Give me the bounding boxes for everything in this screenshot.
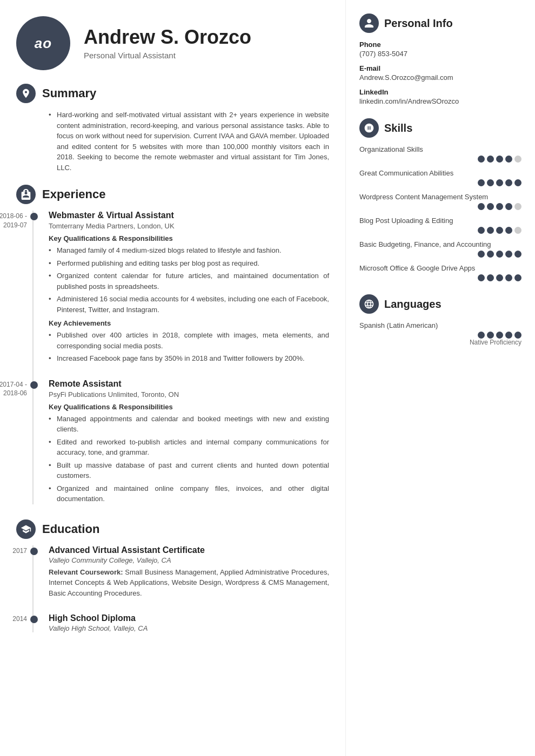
job-qual-1-3: Organized content calendar for future ar… [49, 271, 329, 292]
edu-item-1: 2017 Advanced Virtual Assistant Certific… [49, 545, 329, 599]
skill-dot-4-3 [505, 251, 512, 258]
skill-dot-0-4 [514, 156, 521, 163]
skill-dot-3-0 [478, 227, 485, 234]
languages-list: Spanish (Latin American)Native Proficien… [359, 321, 521, 346]
edu-dot-2 [30, 616, 38, 623]
job-achieve-header-1: Key Achievements [49, 319, 329, 327]
skill-dot-5-4 [514, 274, 521, 281]
edu-school-2: Vallejo High School, Vallejo, CA [49, 624, 329, 632]
edu-coursework-1: Relevant Coursework: Small Business Mana… [49, 567, 329, 599]
skill-dot-3-4 [514, 227, 521, 234]
personal-info-section: Personal Info Phone (707) 853-5047 E-mai… [359, 14, 521, 105]
skill-dot-5-0 [478, 274, 485, 281]
summary-title: Summary [42, 86, 96, 100]
skill-dot-0-3 [505, 156, 512, 163]
languages-title: Languages [384, 298, 442, 310]
skill-dots-3 [359, 227, 521, 234]
experience-header: Experience [16, 185, 329, 204]
job-achieve-list-1: Published over 400 articles in 2018, com… [49, 330, 329, 364]
lang-dot-0-2 [496, 332, 503, 339]
skill-name-0: Organizational Skills [359, 145, 521, 153]
resume-header: ao Andrew S. Orozco Personal Virtual Ass… [16, 16, 329, 70]
job-achieve-1-1: Published over 400 articles in 2018, com… [49, 330, 329, 351]
summary-bullet: Hard-working and self-motivated virtual … [49, 110, 329, 173]
edu-dot-1 [30, 548, 38, 555]
skill-dot-2-1 [487, 203, 494, 210]
skill-dots-2 [359, 203, 521, 210]
job-qual-2-4: Organized and maintained online company … [49, 483, 329, 504]
skill-name-3: Blog Post Uploading & Editing [359, 217, 521, 225]
edu-title-2: High School Diploma [49, 613, 329, 623]
summary-header: Summary [16, 84, 329, 103]
lang-dots-0 [478, 332, 521, 339]
skill-dot-1-0 [478, 179, 485, 186]
job-item-1: 2018-06 -2019-07 Webmaster & Virtual Ass… [49, 211, 329, 364]
education-icon [16, 519, 36, 539]
timeline-dot-1 [30, 213, 38, 220]
resume-container: ao Andrew S. Orozco Personal Virtual Ass… [0, 0, 535, 756]
edu-coursework-label-1: Relevant Coursework: [49, 568, 123, 576]
skill-dot-2-3 [505, 203, 512, 210]
job-company-2: PsyFi Publications Unlimited, Toronto, O… [49, 390, 329, 399]
education-timeline: 2017 Advanced Virtual Assistant Certific… [16, 545, 329, 633]
skill-dots-0 [359, 156, 521, 163]
job-qual-1-4: Administered 16 social media accounts fo… [49, 294, 329, 315]
job-company-1: Tomterrany Media Partners, London, UK [49, 222, 329, 230]
skill-item-3: Blog Post Uploading & Editing [359, 217, 521, 234]
skill-dot-0-0 [478, 156, 485, 163]
header-info: Andrew S. Orozco Personal Virtual Assist… [84, 26, 251, 60]
experience-title: Experience [42, 187, 105, 201]
skill-dot-0-1 [487, 156, 494, 163]
skill-dot-4-4 [514, 251, 521, 258]
education-title: Education [42, 522, 99, 536]
personal-info-header: Personal Info [359, 14, 521, 33]
job-qual-1-2: Performed publishing and editing tasks p… [49, 258, 329, 269]
skill-dots-4 [359, 251, 521, 258]
job-item-2: 2017-04 -2018-06 Remote Assistant PsyFi … [49, 379, 329, 504]
skill-dot-1-1 [487, 179, 494, 186]
skill-dot-5-1 [487, 274, 494, 281]
skill-dot-1-2 [496, 179, 503, 186]
skill-item-0: Organizational Skills [359, 145, 521, 163]
education-section: Education 2017 Advanced Virtual Assistan… [16, 519, 329, 633]
lang-dot-0-3 [505, 332, 512, 339]
skill-dot-5-3 [505, 274, 512, 281]
linkedin-label: LinkedIn [359, 88, 521, 96]
edu-date-1: 2017 [0, 546, 27, 556]
skill-dot-2-2 [496, 203, 503, 210]
right-column: Personal Info Phone (707) 853-5047 E-mai… [346, 0, 535, 756]
skill-dot-1-3 [505, 179, 512, 186]
lang-dot-0-1 [487, 332, 494, 339]
skill-item-2: Wordpress Content Management System [359, 193, 521, 210]
education-header: Education [16, 519, 329, 539]
skill-dots-1 [359, 179, 521, 186]
job-quals-header-1: Key Qualifications & Responsibilities [49, 234, 329, 242]
skills-icon [359, 118, 379, 138]
experience-timeline: 2018-06 -2019-07 Webmaster & Virtual Ass… [16, 211, 329, 504]
linkedin-value: linkedin.com/in/AndrewSOrozco [359, 97, 521, 105]
skill-item-1: Great Communication Abilities [359, 169, 521, 186]
candidate-title: Personal Virtual Assistant [84, 51, 251, 60]
job-title-1: Webmaster & Virtual Assistant [49, 211, 329, 220]
lang-level-0: Native Proficiency [470, 339, 521, 346]
skill-dot-4-2 [496, 251, 503, 258]
lang-item-0: Spanish (Latin American)Native Proficien… [359, 321, 521, 346]
skill-dot-1-4 [514, 179, 521, 186]
email-value: Andrew.S.Orozco@gmail.com [359, 73, 521, 82]
job-qual-1-1: Managed family of 4 medium-sized blogs r… [49, 245, 329, 256]
languages-section: Languages Spanish (Latin American)Native… [359, 294, 521, 346]
lang-dots-wrap-0: Native Proficiency [359, 332, 521, 346]
job-title-2: Remote Assistant [49, 379, 329, 389]
skill-dot-4-1 [487, 251, 494, 258]
skills-list: Organizational SkillsGreat Communication… [359, 145, 521, 281]
summary-content: Hard-working and self-motivated virtual … [16, 110, 329, 173]
job-date-2: 2017-04 -2018-06 [0, 380, 27, 399]
job-qual-2-2: Edited and reworked to-publish articles … [49, 437, 329, 458]
job-date-1: 2018-06 -2019-07 [0, 212, 27, 230]
skills-section: Skills Organizational SkillsGreat Commun… [359, 118, 521, 281]
avatar: ao [16, 16, 70, 70]
skill-item-5: Microsoft Office & Google Drive Apps [359, 264, 521, 281]
skill-name-2: Wordpress Content Management System [359, 193, 521, 201]
experience-icon [16, 185, 36, 204]
skill-dots-5 [359, 274, 521, 281]
